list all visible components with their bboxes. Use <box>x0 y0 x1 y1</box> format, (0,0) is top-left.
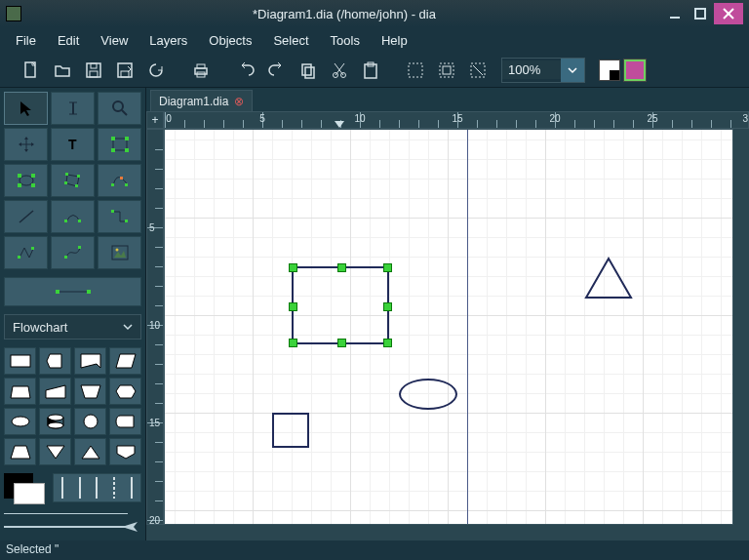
zoom-value[interactable]: 100% <box>502 60 561 79</box>
polyline-tool[interactable] <box>4 236 48 269</box>
shape-triangle-down[interactable] <box>39 438 71 465</box>
shape-manual-op[interactable] <box>74 378 106 405</box>
shape-stored[interactable] <box>109 408 141 435</box>
svg-rect-50 <box>65 173 68 176</box>
canvas-triangle[interactable] <box>584 257 633 300</box>
svg-rect-6 <box>90 71 98 77</box>
shape-triangle-up[interactable] <box>74 438 106 465</box>
connector-tool[interactable] <box>51 236 95 269</box>
shape-process[interactable] <box>4 347 36 375</box>
shape-document[interactable] <box>74 347 106 375</box>
menu-select[interactable]: Select <box>263 30 318 51</box>
svg-rect-71 <box>87 290 91 294</box>
horizontal-scrollbar[interactable] <box>164 525 733 540</box>
shape-trapezoid[interactable] <box>4 438 36 465</box>
svg-marker-79 <box>116 385 136 398</box>
vertical-scrollbar[interactable] <box>733 129 749 525</box>
zoom-all-button[interactable] <box>433 57 460 84</box>
svg-point-44 <box>20 176 33 185</box>
shape-tape[interactable] <box>109 347 141 375</box>
line-segment-tool[interactable] <box>4 277 141 306</box>
line-tool[interactable] <box>4 200 48 233</box>
image-tool[interactable] <box>98 236 141 269</box>
menu-tools[interactable]: Tools <box>321 30 370 51</box>
minimize-button[interactable] <box>663 4 687 23</box>
menu-view[interactable]: View <box>91 30 138 51</box>
canvas-ellipse[interactable] <box>399 379 457 410</box>
bezier-tool[interactable] <box>98 164 141 197</box>
saveas-button[interactable] <box>111 57 138 84</box>
ellipse-tool[interactable] <box>4 164 48 197</box>
svg-point-68 <box>115 249 118 252</box>
save-button[interactable] <box>80 57 107 84</box>
zigzag-tool[interactable] <box>98 200 141 233</box>
redo-button[interactable] <box>263 57 291 84</box>
arc-tool[interactable] <box>51 200 95 233</box>
menu-file[interactable]: File <box>6 30 46 51</box>
sheet-selector[interactable]: Flowchart <box>4 314 141 340</box>
menu-help[interactable]: Help <box>372 30 417 51</box>
svg-point-85 <box>84 415 98 428</box>
shape-cylinder[interactable] <box>39 408 71 435</box>
vertical-ruler[interactable]: 5 10 15 20 <box>146 129 164 525</box>
svg-marker-87 <box>47 446 64 459</box>
shape-data[interactable] <box>4 378 36 405</box>
zoom-dropdown-icon[interactable] <box>561 59 584 82</box>
tab-diagram1[interactable]: Diagram1.dia ⊗ <box>150 90 253 111</box>
color-swatch-highlight[interactable] <box>624 60 646 81</box>
line-style-selector[interactable] <box>53 473 141 502</box>
copy-button[interactable] <box>295 57 322 84</box>
maximize-button[interactable] <box>689 4 712 23</box>
zoom-sel-button[interactable] <box>464 57 492 84</box>
horizontal-ruler[interactable]: 0 5 10 15 20 25 30 <box>164 111 749 129</box>
menu-layers[interactable]: Layers <box>139 30 197 51</box>
document-tabs: Diagram1.dia ⊗ <box>146 88 749 111</box>
cut-button[interactable] <box>326 57 353 84</box>
pointer-tool[interactable] <box>4 92 48 125</box>
svg-point-30 <box>113 101 123 111</box>
zoom-fit-button[interactable] <box>402 57 429 84</box>
text-tool[interactable]: T <box>51 128 95 161</box>
ruler-origin[interactable]: + <box>146 111 164 129</box>
shape-offpage[interactable] <box>109 438 141 465</box>
magnify-tool[interactable] <box>98 92 141 125</box>
paste-button[interactable] <box>357 57 384 84</box>
box-tool[interactable] <box>98 128 141 161</box>
menu-objects[interactable]: Objects <box>199 30 261 51</box>
shape-preparation[interactable] <box>109 378 141 405</box>
svg-rect-53 <box>64 181 67 184</box>
canvas-selected-rectangle[interactable] <box>292 266 389 344</box>
svg-rect-55 <box>125 183 128 186</box>
color-swatch-bw[interactable] <box>599 60 620 81</box>
close-button[interactable] <box>714 3 743 24</box>
arrow-end-icon <box>120 521 139 533</box>
scroll-tool[interactable] <box>4 128 48 161</box>
svg-rect-46 <box>31 174 35 178</box>
svg-rect-48 <box>31 183 35 187</box>
svg-rect-59 <box>78 220 81 222</box>
chevron-down-icon <box>123 322 133 332</box>
shape-connector[interactable] <box>74 408 106 435</box>
new-button[interactable] <box>18 57 45 84</box>
svg-line-31 <box>122 110 127 115</box>
text-edit-tool[interactable] <box>51 92 95 125</box>
foreground-background-colors[interactable] <box>4 473 33 499</box>
zoom-combo[interactable]: 100% <box>501 58 585 83</box>
canvas-small-square[interactable] <box>272 413 309 448</box>
open-button[interactable] <box>49 57 76 84</box>
refresh-button[interactable] <box>142 57 170 84</box>
shape-manual-input[interactable] <box>39 378 71 405</box>
svg-rect-23 <box>443 66 451 74</box>
line-endings-selector[interactable] <box>0 506 145 538</box>
shape-decision-tall[interactable] <box>39 347 71 375</box>
polygon-tool[interactable] <box>51 164 95 197</box>
canvas[interactable] <box>164 129 733 525</box>
svg-marker-37 <box>31 142 34 146</box>
tab-close-icon[interactable]: ⊗ <box>234 95 244 108</box>
print-button[interactable] <box>187 57 215 84</box>
menubar: File Edit View Layers Objects Select Too… <box>0 27 749 53</box>
undo-button[interactable] <box>232 57 259 84</box>
shape-ellipse[interactable] <box>4 408 36 435</box>
svg-point-80 <box>12 417 29 426</box>
menu-edit[interactable]: Edit <box>48 30 89 51</box>
